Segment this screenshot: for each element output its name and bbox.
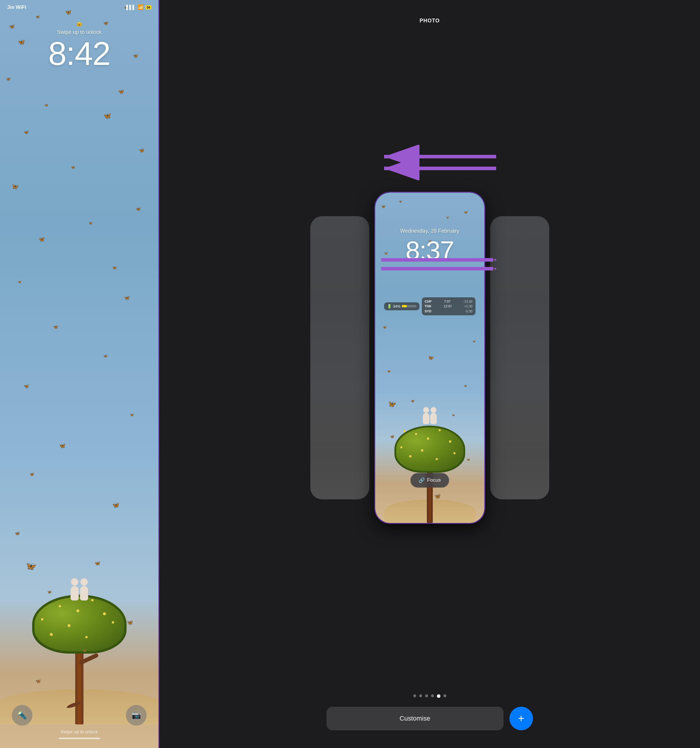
offset-cup: -13:30 [463, 299, 472, 304]
phone-active[interactable]: 🦋 🦋 🦋 🦋 🦋 🦋 🦋 🦋 🦋 🦋 🦋 🦋 🦋 🦋 🦋 🦋 🦋 Wed [375, 193, 484, 523]
af-dot-10 [436, 458, 438, 460]
dot-6[interactable] [443, 694, 446, 697]
arrow-left-svg [381, 145, 499, 180]
lock-icon: 🔒 [75, 19, 83, 27]
af-dot-2 [415, 433, 417, 435]
dot-3[interactable] [425, 694, 428, 697]
ghost-bg-right [490, 216, 549, 499]
ghost-bg-left [310, 216, 369, 499]
home-indicator [59, 738, 100, 739]
dot-5-active[interactable] [437, 694, 440, 698]
ap-bf-4: 🦋 [446, 216, 449, 219]
clock-row-tok: TOK 12:07 +1:30 [425, 304, 473, 309]
active-figure-1 [423, 407, 429, 424]
arrow-right-svg [378, 251, 496, 275]
ap-bf-10: 🦋 [387, 369, 391, 373]
active-f2-head [431, 407, 436, 413]
af-dot-1 [403, 430, 406, 432]
ap-bf-15: 🦋 [467, 458, 470, 461]
city-syd: SYD [425, 309, 432, 314]
active-tree: 🦋 🦋 [384, 346, 476, 523]
active-large-butterfly: 🦋 [388, 400, 396, 408]
action-buttons: 🔦 📷 [0, 705, 158, 725]
camera-button[interactable]: 📷 [126, 705, 147, 725]
bottom-controls: 🔦 📷 Swipe up to unlock [0, 705, 158, 739]
time-tok: 12:07 [444, 304, 452, 309]
ap-bf-13: 🦋 [452, 414, 455, 417]
af-dot-9 [409, 455, 411, 458]
bottom-actions: Customise + [159, 707, 700, 748]
battery-icon: 🔋 [387, 304, 392, 309]
page-dots [413, 694, 446, 698]
focus-icon: 🔗 [418, 477, 425, 483]
flashlight-icon: 🔦 [17, 711, 27, 720]
battery-fill [402, 305, 407, 307]
af-dot-3 [427, 438, 429, 440]
time-cup: 7:07 [444, 299, 450, 304]
af-dot-4 [439, 429, 441, 431]
customise-button[interactable]: Customise [327, 707, 504, 730]
ap-bf-11: 🦋 [464, 384, 467, 387]
swipe-to-unlock-text: Swipe up to unlock [57, 29, 102, 35]
carrier-label: Jio WiFi [7, 5, 26, 10]
flashlight-button[interactable]: 🔦 [12, 705, 32, 725]
active-bottom-butterfly: 🦋 [434, 493, 441, 499]
lock-screen-content: Jio WiFi ▌▌▌ 📶 34 🔒 Swipe up to unlock 8… [0, 0, 158, 748]
wifi-icon: 📶 [137, 4, 144, 10]
active-f1-head [423, 407, 429, 413]
phone-ghost-right[interactable] [490, 216, 549, 499]
ap-bf-12: 🦋 [411, 399, 415, 403]
city-cup: CUP [425, 299, 432, 304]
focus-button[interactable]: 🔗 Focus [410, 473, 449, 488]
phone-ghost-left[interactable] [310, 216, 369, 499]
phone-active-inner: 🦋 🦋 🦋 🦋 🦋 🦋 🦋 🦋 🦋 🦋 🦋 🦋 🦋 🦋 🦋 🦋 🦋 Wed [375, 193, 484, 523]
dot-1[interactable] [413, 694, 416, 697]
active-f1-body [423, 413, 429, 424]
af-dot-6 [400, 446, 402, 448]
offset-tok: +1:30 [464, 304, 473, 309]
af-dot-8 [453, 452, 455, 454]
af-dot-5 [449, 440, 451, 443]
add-button[interactable]: + [510, 707, 533, 730]
clock-row-syd: SYD -5:30 [425, 309, 473, 314]
dot-4[interactable] [431, 694, 434, 697]
camera-icon: 📷 [132, 711, 141, 720]
clock-row-cup: CUP 7:07 -13:30 [425, 299, 473, 304]
battery-widget: 🔋 34% [384, 303, 420, 310]
signal-icon: ▌▌▌ [126, 5, 136, 10]
wallpaper-picker: PHOTO 🦋 🦋 🦋 🦋 🦋 🦋 🦋 🦋 🦋 🦋 🦋 🦋 [159, 0, 700, 748]
phones-row: 🦋 🦋 🦋 🦋 🦋 🦋 🦋 🦋 🦋 🦋 🦋 🦋 🦋 🦋 🦋 🦋 🦋 Wed [310, 33, 549, 689]
active-figures [423, 407, 437, 424]
af-dot-7 [421, 449, 423, 452]
status-right: ▌▌▌ 📶 34 [126, 4, 151, 10]
ap-bf-1: 🦋 [381, 204, 385, 208]
ap-bf-3: 🦋 [464, 210, 468, 214]
picker-header: PHOTO [420, 0, 440, 33]
swipe-up-label: Swipe up to unlock [61, 729, 98, 734]
widget-bar: 🔋 34% CUP 7:07 -13:30 TOK [384, 297, 476, 316]
battery-progress-bar [402, 305, 417, 307]
offset-syd: -5:30 [465, 309, 472, 314]
ap-bf-8: 🦋 [383, 325, 387, 329]
world-clock-widget: CUP 7:07 -13:30 TOK 12:07 +1:30 SYD [422, 297, 476, 316]
active-f2-body [430, 413, 437, 424]
active-foliage [394, 426, 465, 473]
battery-badge: 34 [145, 5, 151, 9]
ap-bf-14: 🦋 [390, 435, 394, 439]
active-phone-date: Wednesday, 28 February [375, 228, 484, 234]
lock-screen: 🦋 🦋 🦋 🦋 🦋 🦋 🦋 🦋 🦋 🦋 🦋 🦋 🦋 🦋 🦋 🦋 🦋 🦋 🦋 🦋 … [0, 0, 159, 748]
ap-bf-large: 🦋 [428, 355, 434, 360]
active-figure-2 [430, 407, 437, 424]
status-bar: Jio WiFi ▌▌▌ 📶 34 [0, 0, 158, 10]
lock-screen-time: 8:42 [49, 37, 110, 70]
focus-label: Focus [427, 477, 441, 483]
dot-2[interactable] [419, 694, 422, 697]
ap-bf-2: 🦋 [399, 200, 402, 203]
ap-bf-9: 🦋 [473, 340, 476, 343]
city-tok: TOK [425, 304, 432, 309]
battery-pct: 34% [393, 304, 400, 309]
